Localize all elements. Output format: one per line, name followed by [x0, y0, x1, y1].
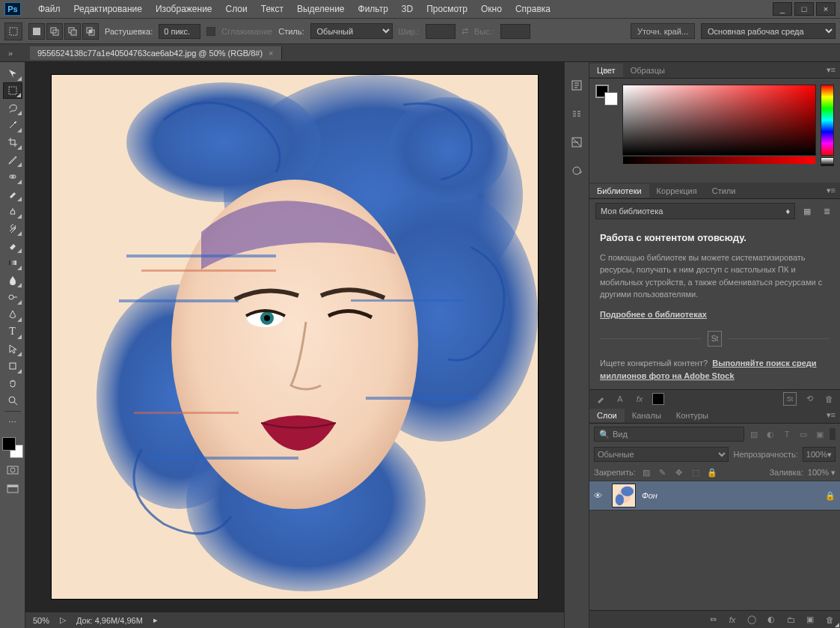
libraries-panel-menu-icon[interactable]: ▾≡: [822, 186, 840, 195]
filter-shape-icon[interactable]: ▭: [797, 427, 810, 441]
workspace-select[interactable]: Основная рабочая среда: [701, 23, 836, 39]
document-tab-close-icon[interactable]: ×: [269, 49, 273, 58]
new-layer-icon[interactable]: ▣: [804, 614, 816, 626]
color-swatches[interactable]: [2, 437, 23, 458]
properties-panel-icon[interactable]: [568, 106, 585, 122]
zoom-readout[interactable]: 50%: [33, 616, 49, 625]
brush-attr-icon[interactable]: [594, 392, 607, 406]
character-panel-icon[interactable]: [568, 134, 585, 150]
move-tool[interactable]: [3, 65, 22, 82]
shape-tool[interactable]: [3, 358, 22, 374]
lock-pixels-icon[interactable]: ✎: [657, 466, 669, 478]
hand-tool[interactable]: [3, 375, 22, 391]
paragraph-panel-icon[interactable]: [568, 162, 585, 179]
healing-brush-tool[interactable]: [3, 168, 22, 185]
edit-toolbar-icon[interactable]: ⋯: [3, 414, 22, 430]
feather-input[interactable]: [159, 24, 200, 39]
menu-view[interactable]: Просмотр: [420, 4, 474, 14]
brush-tool[interactable]: [3, 186, 22, 202]
document-tab[interactable]: 9556524138c77a1e40504763cae6ab42.jpg @ 5…: [30, 46, 282, 60]
menu-layers[interactable]: Слои: [219, 4, 254, 14]
lock-all-icon[interactable]: 🔒: [706, 466, 718, 478]
library-select[interactable]: Моя библиотека♦: [595, 203, 795, 219]
lib-list-view-icon[interactable]: ≣: [819, 204, 834, 219]
adjustment-layer-icon[interactable]: ◐: [765, 614, 777, 626]
crop-tool[interactable]: [3, 134, 22, 150]
filter-pixel-icon[interactable]: ▨: [747, 427, 761, 441]
link-layers-icon[interactable]: ⇔: [707, 614, 719, 626]
fx-attr-icon[interactable]: fx: [633, 392, 646, 406]
layer-lock-icon[interactable]: 🔒: [825, 491, 836, 501]
menu-file[interactable]: Файл: [31, 4, 67, 14]
gradient-tool[interactable]: [3, 254, 22, 271]
tab-paths[interactable]: Контуры: [669, 409, 716, 422]
magic-wand-tool[interactable]: [3, 117, 22, 133]
pen-tool[interactable]: [3, 306, 22, 323]
layer-fx-icon[interactable]: fx: [726, 614, 738, 626]
menu-edit[interactable]: Редактирование: [67, 4, 149, 14]
clone-stamp-tool[interactable]: [3, 203, 22, 219]
panel-background[interactable]: [604, 92, 618, 106]
zoom-tool[interactable]: [3, 392, 22, 409]
path-selection-tool[interactable]: [3, 341, 22, 357]
filter-type-icon[interactable]: T: [780, 427, 794, 441]
new-selection-icon[interactable]: [28, 23, 45, 40]
color-panel-menu-icon[interactable]: ▾≡: [822, 65, 840, 75]
tab-libraries[interactable]: Библиотеки: [589, 184, 649, 198]
lib-grid-view-icon[interactable]: ▦: [800, 204, 815, 219]
menu-image[interactable]: Изображение: [149, 4, 219, 14]
blur-tool[interactable]: [3, 272, 22, 288]
refine-edge-button[interactable]: Уточн. край...: [631, 23, 695, 39]
trash-icon[interactable]: 🗑: [822, 392, 836, 406]
tab-adjustments[interactable]: Коррекция: [649, 184, 705, 198]
toolbox-expand-icon[interactable]: »: [3, 46, 18, 61]
menu-filter[interactable]: Фильтр: [352, 4, 395, 14]
cloud-sync-icon[interactable]: ⟲: [803, 392, 816, 406]
quick-mask-icon[interactable]: [4, 463, 21, 477]
tab-channels[interactable]: Каналы: [625, 409, 669, 422]
filter-smart-icon[interactable]: ▣: [813, 427, 827, 441]
tool-preset-icon[interactable]: [4, 22, 22, 40]
opacity-input[interactable]: 100% ▾: [803, 447, 836, 462]
stock-attr-icon[interactable]: St: [783, 392, 797, 406]
lock-artboard-icon[interactable]: ⬚: [690, 466, 702, 478]
type-tool[interactable]: T: [3, 323, 22, 340]
style-select[interactable]: Обычный: [310, 23, 393, 39]
window-maximize-button[interactable]: □: [794, 2, 814, 16]
hue-slider[interactable]: [821, 85, 834, 156]
delete-layer-icon[interactable]: 🗑: [824, 614, 836, 626]
layer-thumbnail[interactable]: [612, 484, 636, 507]
marquee-tool[interactable]: [3, 82, 22, 99]
layers-panel-menu-icon[interactable]: ▾≡: [822, 410, 840, 420]
menu-help[interactable]: Справка: [509, 4, 557, 14]
dodge-tool[interactable]: [3, 289, 22, 305]
menu-window[interactable]: Окно: [474, 4, 509, 14]
status-arrow-icon[interactable]: ▸: [153, 615, 158, 625]
layer-name[interactable]: Фон: [642, 491, 819, 500]
window-close-button[interactable]: ×: [816, 2, 836, 16]
filter-toggle-icon[interactable]: [830, 428, 836, 440]
lock-transparency-icon[interactable]: ▨: [640, 466, 652, 478]
add-selection-icon[interactable]: [46, 23, 63, 40]
export-icon[interactable]: ▷: [60, 615, 66, 625]
history-brush-tool[interactable]: [3, 220, 22, 237]
color-attr-swatch[interactable]: [652, 393, 664, 405]
window-minimize-button[interactable]: _: [773, 2, 792, 16]
eyedropper-tool[interactable]: [3, 151, 22, 168]
fill-input[interactable]: 100% ▾: [808, 468, 836, 478]
history-panel-icon[interactable]: [568, 77, 585, 94]
libraries-learn-more-link[interactable]: Подробнее о библиотеках: [600, 310, 707, 319]
menu-type[interactable]: Текст: [254, 4, 290, 14]
foreground-color[interactable]: [2, 437, 16, 451]
blend-mode-select[interactable]: Обычные: [594, 447, 729, 462]
brightness-slider[interactable]: [821, 157, 834, 166]
lock-position-icon[interactable]: ✥: [673, 466, 685, 478]
intersect-selection-icon[interactable]: [82, 23, 99, 40]
layer-visibility-icon[interactable]: 👁: [594, 491, 606, 500]
tab-color[interactable]: Цвет: [589, 64, 623, 77]
text-attr-icon[interactable]: A: [613, 392, 627, 406]
document-canvas[interactable]: [52, 75, 538, 599]
color-field[interactable]: [622, 85, 816, 156]
menu-select[interactable]: Выделение: [290, 4, 352, 14]
lasso-tool[interactable]: [3, 100, 22, 116]
